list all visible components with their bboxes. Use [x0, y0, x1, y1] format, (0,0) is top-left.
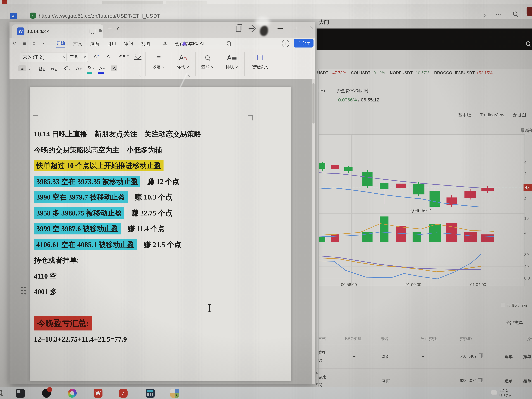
chase-order-button[interactable]: 追单 [505, 378, 513, 384]
scroll-down-icon[interactable]: ▼ [315, 382, 318, 386]
browser-tab[interactable] [102, 1, 163, 4]
share-button[interactable]: ↗ 分享 [294, 39, 314, 48]
checkbox-icon[interactable] [501, 303, 505, 307]
cube-icon[interactable] [248, 25, 256, 32]
doc-line: 3985.33 空在 3973.35 被移动止盈 赚 12 个点 [34, 173, 285, 189]
find-icon [197, 53, 219, 63]
menu-tab-3[interactable]: 页面 [90, 40, 99, 47]
show-current-only-checkbox[interactable]: 仅显示当前 [501, 303, 527, 309]
close-button[interactable]: ✕ [309, 25, 314, 31]
cancel-order-button[interactable]: 撤单 [523, 378, 531, 384]
list-icon[interactable]: ≡ [315, 377, 317, 380]
maximize-button[interactable]: □ [294, 25, 297, 31]
find-group[interactable]: 查找 ∨ [197, 53, 219, 70]
taskbar-calculator-icon[interactable] [146, 389, 155, 398]
pinyin-guide-button[interactable]: wén∨ [119, 53, 129, 58]
document-tab[interactable]: W 10.14.docx [12, 24, 103, 38]
weather-icon[interactable] [491, 390, 497, 394]
scroll-up-icon[interactable]: ▲ [315, 371, 318, 374]
cancel-order-button[interactable]: 撤单 [523, 354, 531, 360]
bold-button[interactable]: B [18, 65, 26, 71]
more-tools-icon[interactable]: ⋯ [41, 41, 46, 46]
ticker-item[interactable]: NODEUSDT-10.57% [390, 71, 430, 75]
highlight-color-button[interactable]: ✎∨ [88, 65, 94, 70]
site-brand[interactable]: 大门 [319, 19, 329, 25]
taskbar-recorder-icon[interactable] [42, 389, 51, 398]
browser-tab[interactable] [166, 1, 207, 4]
minimize-button[interactable]: — [278, 25, 283, 31]
doc-line: 今晚的交易策略以高空为主 小低多为辅 [34, 142, 285, 158]
taskbar-music-icon[interactable]: ♪ [119, 389, 128, 398]
menu-tab-6[interactable]: 视图 [141, 40, 150, 47]
menu-wps-ai[interactable]: WPS AI [189, 41, 204, 46]
menu-tab-7[interactable]: 工具 [158, 40, 167, 47]
ticker-item[interactable]: SOLUSDT-0.12% [351, 71, 385, 75]
browser-menu-icon[interactable]: ⋯ [496, 11, 501, 17]
ticker-item[interactable]: USDT+47.73% [317, 71, 346, 75]
document-page[interactable]: 10.14 日晚上直播 新朋友点关注 关注动态交易策略今晚的交易策略以高空为主 … [30, 87, 291, 381]
pages-icon[interactable] [236, 26, 241, 32]
italic-button[interactable]: I [29, 65, 31, 71]
dialog-launcher-icon[interactable]: ↘ [139, 74, 142, 78]
candlestick-chart[interactable]: 4,045.50 ↗ [318, 134, 525, 286]
url-text[interactable]: https://www.gate51.cc/zh/futures/USDT/ET… [39, 13, 160, 19]
char-shading-button[interactable]: A [111, 65, 117, 71]
cancel-all-button[interactable]: 全部撤单 [506, 320, 523, 326]
smart-doc-group[interactable]: ❏ 智能公文 [247, 53, 273, 70]
underline-button[interactable]: U∨ [39, 65, 45, 71]
tab-list-chevron-icon[interactable]: ∨ [116, 26, 119, 31]
menu-tab-2[interactable]: 插入 [73, 40, 82, 47]
monitor-icon[interactable] [90, 29, 95, 33]
char-effect-button[interactable]: A∨ [76, 65, 82, 71]
undo-icon[interactable]: ↺ [13, 41, 17, 46]
dialog-launcher-icon[interactable]: ↘ [188, 74, 190, 78]
font-name-select[interactable]: 宋体 (正文) [20, 53, 68, 62]
chase-order-button[interactable]: 追单 [505, 354, 513, 360]
browser-profile-icon[interactable] [527, 7, 532, 16]
paragraph-group[interactable]: ≡ 段落 ∨ [148, 53, 170, 70]
bookmark-star-icon[interactable]: ☆ [482, 12, 487, 19]
new-tab-button[interactable]: + [108, 24, 112, 32]
browser-search-icon[interactable] [513, 12, 518, 16]
taskbar-files-icon[interactable] [16, 389, 25, 398]
weather-temperature[interactable]: 22°C [499, 388, 508, 393]
price-axis-label: 4 [524, 196, 526, 201]
tab-tradingview[interactable]: TradingView [480, 112, 504, 117]
taskbar-whiteboard-icon[interactable] [170, 389, 179, 398]
superscript-button[interactable]: X2∨ [63, 65, 71, 71]
upload-icon[interactable]: ↑ [282, 40, 290, 47]
layout-group[interactable]: A≣ 排版 ∨ [221, 53, 243, 70]
site-header-band [317, 29, 532, 50]
copy-icon[interactable] [478, 378, 482, 382]
paragraph-drag-handle-icon[interactable] [20, 286, 28, 295]
taskbar-browser-icon[interactable] [68, 389, 77, 398]
decrease-font-button[interactable]: A− [107, 53, 112, 59]
increase-font-button[interactable]: A＋ [94, 53, 100, 59]
scrollbar[interactable] [312, 79, 315, 384]
clear-format-icon[interactable] [134, 52, 142, 59]
styles-group[interactable]: A✎ 样式 ∨ [172, 53, 194, 70]
smart-doc-icon: ❏ [247, 53, 273, 63]
save-icon[interactable]: ▣ [22, 41, 27, 46]
highlighted-text: 3958 多 3980.75 被移动止盈 [34, 207, 124, 219]
find-search-icon[interactable] [227, 41, 231, 46]
site-search-icon[interactable] [526, 41, 531, 46]
ticker-item[interactable]: BROCCOLIF3BUSDT+52.15% [434, 71, 493, 75]
taskbar-wps-icon[interactable]: W [94, 389, 102, 398]
document-tab-title: 10.14.docx [27, 29, 49, 34]
tab-depth[interactable]: 深度图 [513, 112, 526, 117]
wps-toolbar: 宋体 (正文) 三号 A＋ A− wén∨ B I U∨ A∨ X2∨ A∨ ✎… [10, 49, 315, 79]
font-size-select[interactable]: 三号 [66, 53, 88, 62]
scrollbar-thumb[interactable] [312, 83, 314, 124]
font-color-button[interactable]: A∨ [99, 65, 105, 71]
strikethrough-button[interactable]: A∨ [51, 65, 57, 71]
menu-tab-1[interactable]: 开始 [56, 40, 65, 47]
security-shield-icon[interactable] [30, 13, 36, 19]
tab-basic[interactable]: 基本版 [458, 112, 471, 117]
highlighted-text: 3990 空在 3979.7 被移动止盈 [34, 191, 128, 203]
copy-icon[interactable] [478, 354, 482, 358]
print-preview-icon[interactable]: ⧉ [32, 41, 35, 46]
menu-tab-5[interactable]: 审阅 [124, 40, 133, 47]
menu-tab-4[interactable]: 引用 [107, 40, 116, 47]
taskbar-search-icon[interactable] [0, 390, 8, 399]
